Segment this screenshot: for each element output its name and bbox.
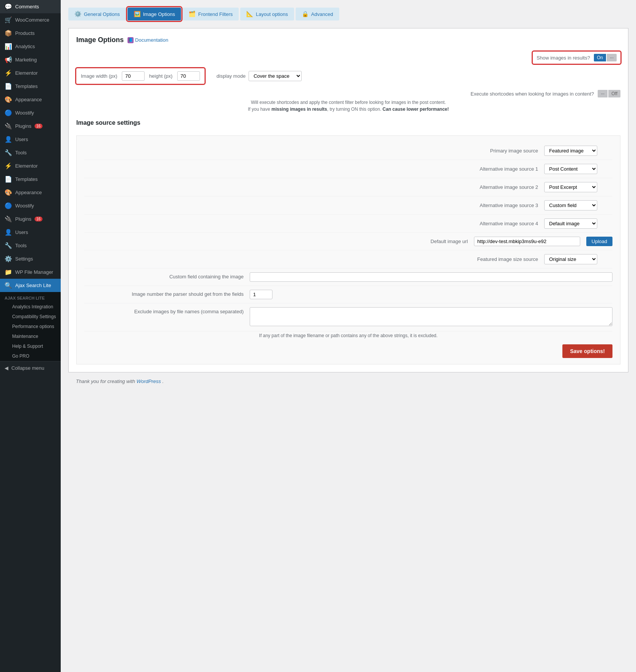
- sidebar-item-appearance1[interactable]: 🎨 Appearance: [0, 93, 61, 106]
- documentation-link[interactable]: 📘 Documentation: [128, 37, 168, 43]
- tab-general-options[interactable]: ⚙️ General Options: [68, 8, 126, 20]
- sidebar-item-analytics[interactable]: 📊 Analytics: [0, 40, 61, 53]
- sidebar-item-woostify2[interactable]: 🔵 Woostify: [0, 199, 61, 212]
- alt-source4-select[interactable]: Featured image Post Content Post Excerpt…: [544, 218, 597, 229]
- default-url-input[interactable]: [474, 237, 580, 246]
- doc-icon: 📘: [128, 37, 134, 43]
- templates-icon: 📄: [5, 83, 12, 90]
- toggle-on-button[interactable]: On: [594, 54, 606, 61]
- sidebar-item-plugins1[interactable]: 🔌 Plugins 16: [0, 119, 61, 133]
- primary-source-select[interactable]: Featured image Post Content Post Excerpt…: [544, 146, 597, 156]
- general-options-icon: ⚙️: [74, 11, 82, 17]
- layout-options-icon: 📐: [246, 11, 253, 17]
- primary-source-label: Primary image source: [84, 148, 538, 154]
- sidebar-item-ajax-search-lite[interactable]: 🔍 Ajax Search Lite: [0, 279, 61, 292]
- featured-size-control: Original size Thumbnail Medium Large Ful…: [544, 254, 612, 264]
- image-height-label: height (px): [149, 73, 172, 79]
- sidebar-submenu-help[interactable]: Help & Support: [0, 341, 61, 351]
- parser-input[interactable]: [250, 290, 272, 299]
- products-icon: 📦: [5, 30, 12, 37]
- tab-frontend-filters[interactable]: 🗂️ Frontend Filters: [183, 8, 239, 20]
- sidebar-item-plugins2[interactable]: 🔌 Plugins 16: [0, 212, 61, 226]
- alt-source3-select[interactable]: Featured image Post Content Post Excerpt…: [544, 200, 597, 210]
- sidebar-item-products[interactable]: 📦 Products: [0, 27, 61, 40]
- alt-source3-row: Alternative image source 3 Featured imag…: [84, 196, 612, 215]
- sidebar-item-tools1[interactable]: 🔧 Tools: [0, 146, 61, 159]
- display-mode-label: display mode: [217, 73, 246, 79]
- primary-source-row: Primary image source Featured image Post…: [84, 142, 612, 160]
- sidebar-item-templates2[interactable]: 📄 Templates: [0, 173, 61, 186]
- sidebar-item-settings[interactable]: ⚙️ Settings: [0, 252, 61, 265]
- default-url-label: Default image url: [84, 239, 468, 244]
- sidebar-item-marketing[interactable]: 📢 Marketing: [0, 53, 61, 66]
- sidebar-submenu-compatibility[interactable]: Compatibility Settings: [0, 312, 61, 322]
- image-source-title: Image source settings: [76, 119, 620, 129]
- sidebar-item-tools2[interactable]: 🔧 Tools: [0, 239, 61, 252]
- show-images-row: Show images in results? On ···: [76, 52, 620, 64]
- exclude-textarea[interactable]: [250, 307, 612, 326]
- advanced-icon: 🔒: [302, 11, 309, 17]
- users-icon: 👤: [5, 136, 12, 143]
- sidebar-item-woocommerce[interactable]: 🛒 WooCommerce: [0, 13, 61, 27]
- featured-size-select[interactable]: Original size Thumbnail Medium Large Ful…: [544, 254, 597, 264]
- appearance2-icon: 🎨: [5, 189, 12, 196]
- sidebar-item-users1[interactable]: 👤 Users: [0, 133, 61, 146]
- custom-field-label: Custom field containing the image: [84, 272, 244, 279]
- tab-bar: ⚙️ General Options 🖼️ Image Options 🗂️ F…: [68, 8, 628, 20]
- sidebar-item-users2[interactable]: 👤 Users: [0, 226, 61, 239]
- show-images-toggle[interactable]: On ···: [594, 54, 617, 61]
- alt-source2-label: Alternative image source 2: [84, 184, 538, 190]
- exclude-row: Exclude images by file names (comma sepa…: [84, 303, 612, 331]
- sidebar-submenu-maintenance[interactable]: Maintenance: [0, 331, 61, 341]
- sidebar-item-woostify1[interactable]: 🔵 Woostify: [0, 106, 61, 119]
- alt-source3-control: Featured image Post Content Post Excerpt…: [544, 200, 612, 210]
- sidebar-submenu-analytics[interactable]: Analytics Integration: [0, 302, 61, 312]
- shortcode-toggle-off[interactable]: Off: [608, 90, 620, 97]
- alt-source2-select[interactable]: Featured image Post Content Post Excerpt…: [544, 182, 597, 192]
- sidebar-item-appearance2[interactable]: 🎨 Appearance: [0, 186, 61, 199]
- upload-button[interactable]: Upload: [586, 237, 612, 246]
- shortcode-warning: If you have missing images in results, t…: [76, 107, 620, 112]
- shortcode-toggle[interactable]: ··· Off: [598, 90, 620, 97]
- image-height-input[interactable]: [177, 71, 200, 81]
- tab-advanced[interactable]: 🔒 Advanced: [296, 8, 339, 20]
- display-mode-select[interactable]: Cover the space Contain Fill None: [249, 71, 302, 81]
- footer: Thank you for creating with WordPress .: [68, 372, 628, 390]
- analytics-icon: 📊: [5, 43, 12, 50]
- collapse-menu-button[interactable]: ◀ Collapse menu: [0, 361, 61, 375]
- collapse-icon: ◀: [5, 365, 8, 371]
- woocommerce-icon: 🛒: [5, 16, 12, 24]
- shortcode-toggle-dots[interactable]: ···: [598, 90, 608, 97]
- templates2-icon: 📄: [5, 176, 12, 183]
- toggle-dots-button[interactable]: ···: [607, 54, 617, 61]
- tools2-icon: 🔧: [5, 242, 12, 249]
- tab-image-options[interactable]: 🖼️ Image Options: [128, 8, 181, 20]
- sidebar-item-elementor1[interactable]: ⚡ Elementor: [0, 66, 61, 80]
- sidebar-submenu-gopro[interactable]: Go PRO: [0, 351, 61, 361]
- elementor-icon: ⚡: [5, 69, 12, 77]
- image-options-icon: 🖼️: [134, 11, 141, 17]
- save-row: Save options!: [84, 338, 612, 358]
- save-button[interactable]: Save options!: [562, 344, 612, 358]
- alt-source1-select[interactable]: Featured image Post Content Post Excerpt…: [544, 164, 597, 174]
- woostify-icon: 🔵: [5, 109, 12, 116]
- show-images-highlight: Show images in results? On ···: [533, 52, 620, 64]
- image-width-label: Image width (px): [81, 73, 117, 79]
- tab-layout-options[interactable]: 📐 Layout options: [240, 8, 294, 20]
- alt-source2-control: Featured image Post Content Post Excerpt…: [544, 182, 612, 192]
- alt-source2-row: Alternative image source 2 Featured imag…: [84, 178, 612, 196]
- sidebar-item-wp-file-manager[interactable]: 📁 WP File Manager: [0, 265, 61, 279]
- sidebar-item-templates1[interactable]: 📄 Templates: [0, 80, 61, 93]
- exclude-note: If any part of the image filename or pat…: [84, 331, 612, 338]
- custom-field-input[interactable]: [250, 272, 612, 282]
- missing-images-text: missing images in results: [271, 107, 327, 112]
- tools-icon: 🔧: [5, 149, 12, 156]
- sidebar-item-elementor2[interactable]: ⚡ Elementor: [0, 159, 61, 173]
- wordpress-link[interactable]: WordPress: [137, 378, 161, 384]
- alt-source4-label: Alternative image source 4: [84, 221, 538, 226]
- sidebar-item-comments[interactable]: 💬 Comments: [0, 0, 61, 13]
- sidebar-submenu-performance[interactable]: Performance options: [0, 322, 61, 331]
- alt-source4-control: Featured image Post Content Post Excerpt…: [544, 218, 612, 229]
- parser-label: Image number the parser should get from …: [84, 290, 244, 297]
- image-width-input[interactable]: [122, 71, 145, 81]
